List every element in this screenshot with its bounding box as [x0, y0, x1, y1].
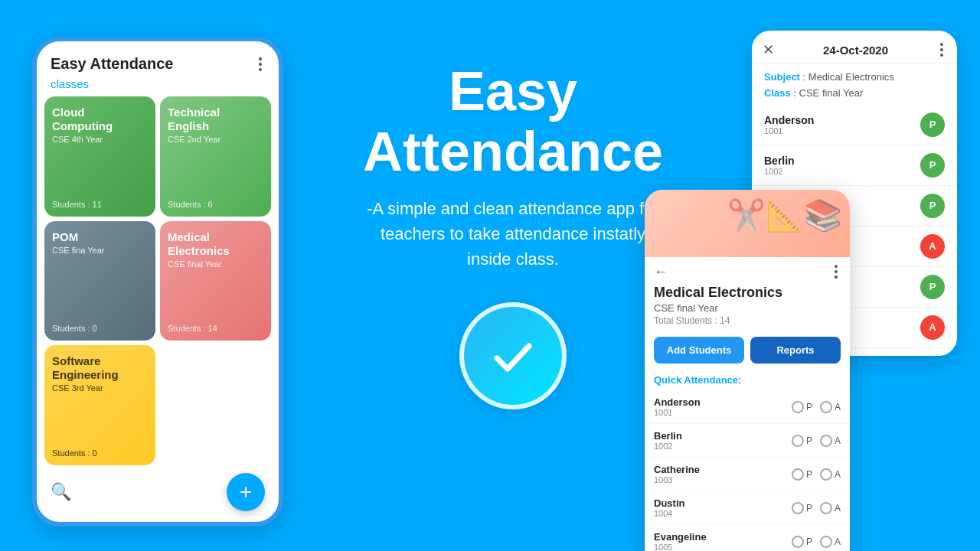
- quick-attendance-row: Dustin 1004 P A: [645, 491, 850, 525]
- close-icon[interactable]: ✕: [763, 41, 774, 58]
- student-id: 1002: [764, 167, 795, 176]
- student-id: 1002: [654, 442, 682, 451]
- hero-decoration: ✂️📐📚: [727, 197, 842, 233]
- radio-button-p[interactable]: [792, 468, 804, 481]
- search-icon[interactable]: 🔍: [51, 482, 71, 502]
- radio-p-option[interactable]: P: [792, 502, 812, 514]
- attendance-badge-p[interactable]: P: [920, 275, 945, 299]
- radio-button-a[interactable]: [820, 401, 832, 413]
- add-class-button[interactable]: +: [227, 473, 265, 511]
- radio-p-label: P: [806, 536, 812, 547]
- card-students: Students : 6: [168, 200, 263, 209]
- more-options-icon[interactable]: [937, 41, 946, 58]
- student-id: 1001: [764, 126, 814, 135]
- checkmark-svg: [486, 329, 540, 383]
- radio-button-a[interactable]: [820, 435, 832, 447]
- student-name: Berlin: [654, 430, 682, 442]
- more-options-icon[interactable]: [831, 263, 841, 280]
- attendance-radios: P A: [792, 502, 841, 514]
- phone-bottom-bar: 🔍 +: [37, 465, 279, 522]
- class-hero-image: ✂️📐📚: [645, 190, 850, 257]
- radio-a-option[interactable]: A: [820, 401, 841, 413]
- radio-a-label: A: [835, 536, 841, 547]
- radio-p-option[interactable]: P: [792, 435, 812, 447]
- attendance-radios: P A: [792, 435, 841, 447]
- radio-a-label: A: [835, 402, 841, 412]
- card-year: CSE final Year: [168, 259, 263, 269]
- card-students: Students : 0: [52, 448, 148, 458]
- student-name: Anderson: [654, 396, 701, 408]
- radio-a-label: A: [835, 503, 841, 514]
- quick-attendance-row: Evangeline 1005 P A: [645, 525, 850, 551]
- student-name: Catherine: [654, 464, 700, 475]
- radio-p-label: P: [806, 435, 812, 446]
- attendance-badge-p[interactable]: P: [920, 153, 945, 178]
- radio-a-option[interactable]: A: [820, 468, 841, 481]
- attendance-badge-a[interactable]: A: [920, 315, 945, 340]
- class-action-buttons: Add Students Reports: [645, 332, 850, 371]
- add-students-button[interactable]: Add Students: [654, 337, 744, 364]
- class-detail-name: Medical Electronics: [645, 282, 850, 301]
- student-info: Catherine 1003: [654, 464, 700, 484]
- reports-button[interactable]: Reports: [750, 337, 841, 364]
- menu-icon[interactable]: [256, 56, 265, 73]
- radio-p-option[interactable]: P: [792, 536, 812, 548]
- radio-button-p[interactable]: [792, 401, 804, 413]
- radio-a-label: A: [835, 469, 841, 480]
- radio-a-option[interactable]: A: [820, 435, 841, 447]
- student-info: Evangeline 1005: [654, 531, 707, 551]
- student-id: 1004: [654, 509, 684, 518]
- classes-grid: Cloud Computing CSE 4th Year Students : …: [37, 96, 279, 465]
- attendance-header: ✕ 24-Oct-2020: [752, 31, 957, 64]
- student-id: 1001: [654, 408, 701, 417]
- attendance-subject-info: Subject : Medical Electronics Class : CS…: [752, 64, 957, 105]
- attendance-row: Anderson 1001 P: [752, 105, 957, 145]
- student-id: 1003: [654, 475, 700, 484]
- attendance-row: Berlin 1002 P: [752, 145, 957, 186]
- quick-attendance-label: Quick Attendance:: [645, 371, 850, 390]
- student-name: Evangeline: [654, 531, 707, 543]
- class-card-technical-english[interactable]: Technical English CSE 2nd Year Students …: [160, 96, 271, 217]
- app-title: Easy Attendance: [51, 55, 173, 73]
- student-info: Anderson 1001: [764, 114, 814, 135]
- radio-button-a[interactable]: [820, 502, 832, 514]
- colon2: :: [791, 87, 799, 99]
- card-students: Students : 11: [52, 200, 148, 209]
- card-title: Medical Electronics: [168, 230, 263, 258]
- student-id: 1005: [654, 543, 707, 551]
- card-students: Students : 14: [168, 324, 263, 333]
- radio-button-p[interactable]: [792, 536, 804, 548]
- attendance-radios: P A: [792, 401, 841, 413]
- card-year: CSE fina Year: [52, 246, 148, 255]
- class-card-software-engineering[interactable]: Software Engineering CSE 3rd Year Studen…: [44, 345, 155, 465]
- radio-button-p[interactable]: [792, 502, 804, 514]
- attendance-badge-a[interactable]: A: [920, 234, 945, 259]
- class-detail-year: CSE final Year: [645, 301, 850, 315]
- quick-attendance-row: Catherine 1003 P A: [645, 458, 850, 491]
- card-title: Technical English: [168, 106, 263, 133]
- left-phone: Easy Attendance classes Cloud Computing …: [32, 37, 283, 527]
- radio-button-a[interactable]: [820, 468, 832, 481]
- radio-p-option[interactable]: P: [792, 468, 812, 481]
- class-label: Class: [764, 87, 791, 99]
- attendance-radios: P A: [792, 468, 841, 481]
- class-card-medical-electronics[interactable]: Medical Electronics CSE final Year Stude…: [160, 221, 271, 341]
- radio-p-label: P: [806, 469, 812, 480]
- attendance-badge-p[interactable]: P: [920, 194, 945, 218]
- radio-p-option[interactable]: P: [792, 401, 812, 413]
- radio-a-option[interactable]: A: [820, 536, 841, 548]
- class-card-cloud-computing[interactable]: Cloud Computing CSE 4th Year Students : …: [44, 96, 155, 217]
- radio-button-a[interactable]: [820, 536, 832, 548]
- student-info: Berlin 1002: [764, 155, 795, 176]
- radio-p-label: P: [806, 503, 812, 514]
- card-year: CSE 4th Year: [52, 135, 148, 144]
- check-circle-icon: [459, 302, 567, 409]
- class-card-pom[interactable]: POM CSE fina Year Students : 0: [44, 221, 155, 341]
- radio-a-option[interactable]: A: [820, 502, 841, 514]
- card-title: Cloud Computing: [52, 106, 148, 133]
- back-icon[interactable]: ←: [654, 264, 668, 280]
- class-detail-topbar: ←: [645, 257, 850, 282]
- radio-button-p[interactable]: [792, 435, 804, 447]
- card-students: Students : 0: [52, 324, 148, 333]
- attendance-badge-p[interactable]: P: [920, 112, 945, 137]
